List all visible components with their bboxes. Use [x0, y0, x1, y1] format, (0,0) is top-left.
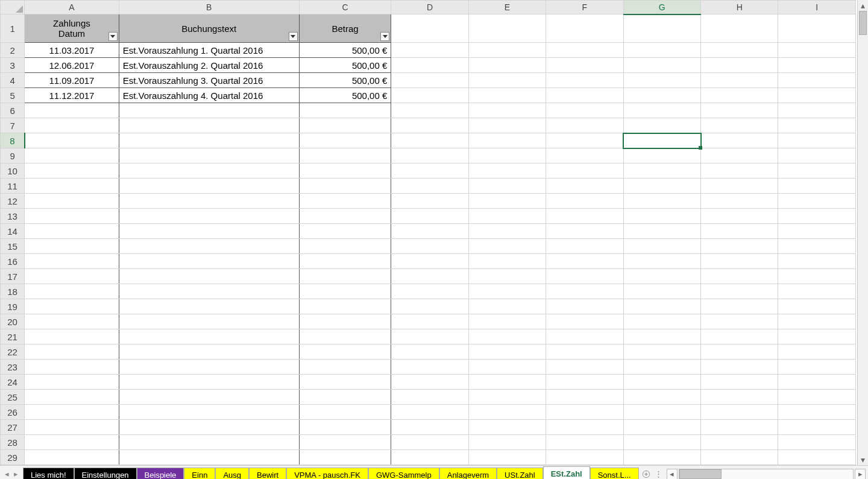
cell-H25[interactable] [701, 390, 778, 405]
cell-C12[interactable] [299, 194, 391, 209]
cell-B20[interactable] [119, 314, 299, 329]
cell-F14[interactable] [546, 224, 623, 239]
row-header-15[interactable]: 15 [1, 239, 25, 254]
cell-F12[interactable] [546, 194, 623, 209]
cell-F4[interactable] [546, 73, 623, 88]
cell-B14[interactable] [119, 224, 299, 239]
cell-E19[interactable] [468, 299, 546, 314]
cell-I19[interactable] [778, 299, 856, 314]
cell-G4[interactable] [623, 73, 700, 88]
row-header-13[interactable]: 13 [1, 209, 25, 224]
cell-B21[interactable] [119, 329, 299, 344]
cell-C3[interactable]: 500,00 € [299, 58, 391, 73]
cell-H2[interactable] [701, 43, 778, 58]
vscroll-thumb[interactable] [859, 11, 867, 35]
cell-E26[interactable] [468, 405, 546, 420]
row-header-5[interactable]: 5 [1, 88, 25, 103]
cell-D17[interactable] [391, 269, 468, 284]
row-header-20[interactable]: 20 [1, 314, 25, 329]
cell-G12[interactable] [623, 194, 700, 209]
sheet-tab-ust-zahl[interactable]: USt.Zahl [497, 468, 543, 479]
cell-B25[interactable] [119, 390, 299, 405]
cell-F1[interactable] [546, 14, 623, 43]
cell-B24[interactable] [119, 375, 299, 390]
cell-D7[interactable] [391, 118, 468, 133]
cell-E4[interactable] [468, 73, 546, 88]
cell-I22[interactable] [778, 344, 856, 360]
cell-B5[interactable]: Est.Vorauszahlung 4. Quartal 2016 [119, 88, 299, 103]
cell-I25[interactable] [778, 390, 856, 405]
cell-E20[interactable] [468, 314, 546, 329]
cell-D9[interactable] [391, 148, 468, 163]
cell-G22[interactable] [623, 344, 700, 360]
cell-G16[interactable] [623, 254, 700, 269]
cell-G17[interactable] [623, 269, 700, 284]
hscroll-left-arrow[interactable]: ◂ [667, 469, 678, 480]
sheet-tab-beispiele[interactable]: Beispiele [137, 468, 184, 479]
col-header-I[interactable]: I [778, 1, 856, 14]
cell-C5[interactable]: 500,00 € [299, 88, 391, 103]
cell-G21[interactable] [623, 329, 700, 344]
cell-G15[interactable] [623, 239, 700, 254]
cell-A20[interactable] [25, 314, 119, 329]
cell-G10[interactable] [623, 163, 700, 179]
cell-A6[interactable] [25, 103, 119, 118]
cell-E7[interactable] [468, 118, 546, 133]
cell-D18[interactable] [391, 284, 468, 299]
cell-B23[interactable] [119, 360, 299, 375]
cell-H14[interactable] [701, 224, 778, 239]
cell-I28[interactable] [778, 435, 856, 450]
cell-A29[interactable] [25, 450, 119, 465]
cell-H4[interactable] [701, 73, 778, 88]
row-header-8[interactable]: 8 [1, 133, 25, 148]
cell-I26[interactable] [778, 405, 856, 420]
cell-D22[interactable] [391, 344, 468, 360]
row-header-22[interactable]: 22 [1, 344, 25, 360]
row-header-1[interactable]: 1 [1, 14, 25, 43]
cell-G14[interactable] [623, 224, 700, 239]
cell-C26[interactable] [299, 405, 391, 420]
cell-I14[interactable] [778, 224, 856, 239]
scroll-down-arrow[interactable]: ▾ [858, 454, 868, 465]
cell-B17[interactable] [119, 269, 299, 284]
cell-B7[interactable] [119, 118, 299, 133]
cell-E2[interactable] [468, 43, 546, 58]
cell-F6[interactable] [546, 103, 623, 118]
cell-I23[interactable] [778, 360, 856, 375]
cell-B28[interactable] [119, 435, 299, 450]
cell-B10[interactable] [119, 163, 299, 179]
cell-I27[interactable] [778, 420, 856, 435]
col-header-E[interactable]: E [468, 1, 546, 14]
cell-I4[interactable] [778, 73, 856, 88]
cell-H19[interactable] [701, 299, 778, 314]
tab-nav-next-icon[interactable]: ▸ [14, 469, 18, 478]
cell-D10[interactable] [391, 163, 468, 179]
cell-H24[interactable] [701, 375, 778, 390]
cell-G8[interactable] [623, 133, 700, 148]
cell-E24[interactable] [468, 375, 546, 390]
cell-H13[interactable] [701, 209, 778, 224]
cell-A12[interactable] [25, 194, 119, 209]
cell-G28[interactable] [623, 435, 700, 450]
cell-A21[interactable] [25, 329, 119, 344]
cell-C29[interactable] [299, 450, 391, 465]
table-header-amount[interactable]: Betrag [299, 14, 391, 43]
cell-H11[interactable] [701, 179, 778, 194]
cell-I29[interactable] [778, 450, 856, 465]
cell-D28[interactable] [391, 435, 468, 450]
filter-button-text[interactable] [289, 32, 298, 41]
cell-E22[interactable] [468, 344, 546, 360]
cell-A18[interactable] [25, 284, 119, 299]
cell-A19[interactable] [25, 299, 119, 314]
cell-A4[interactable]: 11.09.2017 [25, 73, 119, 88]
row-header-25[interactable]: 25 [1, 390, 25, 405]
cell-A16[interactable] [25, 254, 119, 269]
cell-F23[interactable] [546, 360, 623, 375]
cell-A2[interactable]: 11.03.2017 [25, 43, 119, 58]
cell-G23[interactable] [623, 360, 700, 375]
cell-H21[interactable] [701, 329, 778, 344]
col-header-D[interactable]: D [391, 1, 468, 14]
cell-F5[interactable] [546, 88, 623, 103]
sheet-tab-anlageverm[interactable]: Anlageverm [439, 468, 497, 479]
cell-A9[interactable] [25, 148, 119, 163]
